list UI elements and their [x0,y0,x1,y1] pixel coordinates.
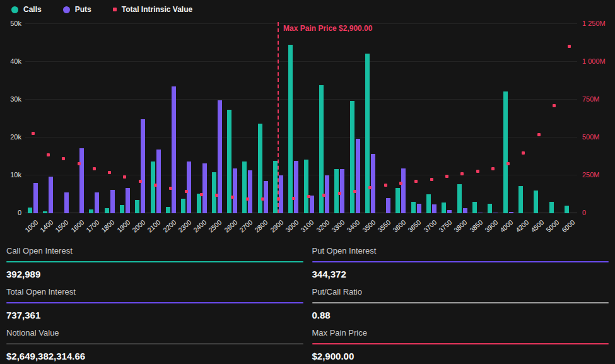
strike-group-3700[interactable] [424,24,439,213]
strike-group-2500[interactable] [209,24,225,213]
put-bar[interactable] [386,198,390,213]
intrinsic-value-dot[interactable] [108,171,111,174]
intrinsic-value-dot[interactable] [307,195,310,198]
strike-group-1000[interactable] [25,24,40,213]
call-bar[interactable] [120,205,124,213]
put-bar[interactable] [110,190,115,213]
intrinsic-value-dot[interactable] [322,194,325,197]
strike-group-2400[interactable] [194,24,209,213]
call-bar[interactable] [273,161,278,213]
strike-group-2200[interactable] [163,24,179,213]
intrinsic-value-dot[interactable] [476,170,479,173]
put-bar[interactable] [172,86,176,213]
intrinsic-value-dot[interactable] [47,153,50,156]
put-bar[interactable] [248,170,252,213]
call-bar[interactable] [565,206,569,213]
intrinsic-value-dot[interactable] [292,197,295,200]
call-bar[interactable] [304,160,308,213]
call-bar[interactable] [197,194,201,213]
strike-group-4000[interactable] [500,24,515,213]
call-bar[interactable] [411,202,416,213]
call-bar[interactable] [518,186,523,213]
call-bar[interactable] [503,91,508,213]
strike-group-2000[interactable] [132,24,148,213]
strike-group-2300[interactable] [179,24,194,213]
strike-group-2600[interactable] [225,24,240,213]
put-bar[interactable] [463,208,467,213]
call-bar[interactable] [442,203,446,213]
call-bar[interactable] [212,172,216,213]
put-bar[interactable] [371,154,375,213]
intrinsic-value-dot[interactable] [32,132,35,135]
intrinsic-value-dot[interactable] [261,197,264,201]
intrinsic-value-dot[interactable] [553,104,556,107]
intrinsic-value-dot[interactable] [200,193,203,196]
call-bar[interactable] [549,202,554,213]
intrinsic-value-dot[interactable] [139,180,142,183]
intrinsic-value-dot[interactable] [522,151,525,155]
put-bar[interactable] [401,168,406,213]
strike-group-3750[interactable] [439,24,454,213]
intrinsic-value-dot[interactable] [568,45,571,48]
put-bar[interactable] [447,210,452,213]
put-bar[interactable] [478,213,483,213]
strike-group-1600[interactable] [71,24,86,213]
put-bar[interactable] [279,175,283,213]
intrinsic-value-dot[interactable] [215,194,218,197]
put-bar[interactable] [95,192,99,213]
intrinsic-value-dot[interactable] [246,197,249,201]
put-bar[interactable] [79,148,84,213]
intrinsic-value-dot[interactable] [353,190,356,193]
strike-group-2800[interactable] [255,24,271,213]
strike-group-1800[interactable] [102,24,117,213]
intrinsic-value-dot[interactable] [537,133,541,136]
put-bar[interactable] [233,168,237,213]
call-bar[interactable] [334,169,339,213]
put-bar[interactable] [126,188,130,213]
intrinsic-value-dot[interactable] [169,187,172,190]
call-bar[interactable] [288,45,293,213]
call-bar[interactable] [151,161,155,213]
strike-group-3100[interactable] [302,24,317,213]
strike-group-4200[interactable] [516,24,531,213]
put-bar[interactable] [202,163,207,213]
intrinsic-value-dot[interactable] [277,197,280,201]
call-bar[interactable] [472,202,477,213]
put-bar[interactable] [340,169,344,213]
strike-group-3300[interactable] [332,24,347,213]
call-bar[interactable] [105,208,109,213]
intrinsic-value-dot[interactable] [460,172,464,175]
call-bar[interactable] [181,199,185,213]
strike-group-3000[interactable] [286,24,301,213]
intrinsic-value-dot[interactable] [123,175,126,179]
intrinsic-value-dot[interactable] [384,184,387,187]
call-bar[interactable] [135,200,139,213]
intrinsic-value-dot[interactable] [368,186,372,189]
strike-group-1900[interactable] [117,24,132,213]
intrinsic-value-dot[interactable] [338,192,341,195]
intrinsic-value-dot[interactable] [62,157,65,160]
call-bar[interactable] [488,204,492,213]
strike-group-2100[interactable] [148,24,163,213]
strike-group-1400[interactable] [40,24,56,213]
strike-group-3600[interactable] [393,24,408,213]
call-bar[interactable] [43,211,47,213]
strike-group-5000[interactable] [546,24,561,213]
put-bar[interactable] [356,139,360,213]
put-bar[interactable] [432,204,436,213]
call-bar[interactable] [166,207,170,213]
intrinsic-value-dot[interactable] [399,182,402,185]
strike-group-1500[interactable] [56,24,71,213]
intrinsic-value-dot[interactable] [231,196,234,199]
call-bar[interactable] [365,54,370,213]
strike-group-3500[interactable] [363,24,378,213]
call-bar[interactable] [89,209,93,213]
intrinsic-value-dot[interactable] [154,184,157,187]
intrinsic-value-dot[interactable] [507,162,510,165]
put-bar[interactable] [417,204,421,213]
legend-item-puts[interactable]: Puts [63,5,91,14]
put-bar[interactable] [310,196,314,213]
put-bar[interactable] [49,177,53,213]
call-bar[interactable] [395,188,400,213]
strike-group-3550[interactable] [378,24,393,213]
